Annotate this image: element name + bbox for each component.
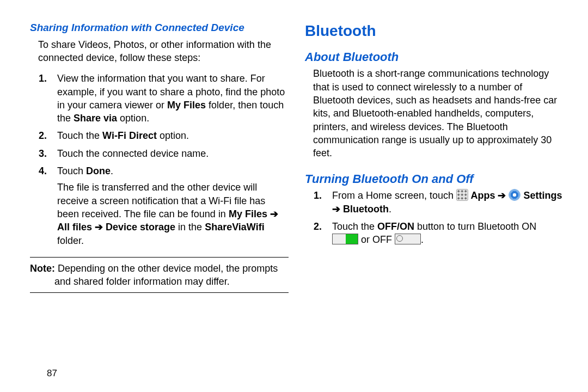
share-via-label: Share via: [74, 113, 117, 124]
apps-icon: [456, 189, 468, 201]
page-number: 87: [47, 368, 57, 379]
step-1: 1. View the information that you want to…: [46, 72, 289, 125]
step-2: 2. Touch the Wi-Fi Direct option.: [46, 129, 289, 142]
step-text: folder.: [57, 235, 84, 246]
apps-label: Apps ➔: [468, 190, 509, 201]
note-block: Note: Depending on the other device mode…: [30, 257, 289, 293]
bt-step-2: 2. Touch the OFF/ON button to turn Bluet…: [321, 220, 564, 247]
about-text: Bluetooth is a short-range communication…: [305, 67, 564, 160]
step-number: 2.: [314, 220, 322, 233]
step-text: Touch: [57, 166, 86, 176]
note-label: Note:: [30, 263, 55, 274]
left-column: Sharing Information with Connected Devic…: [30, 21, 289, 392]
step-text: .: [389, 204, 391, 215]
wifi-direct-label: Wi-Fi Direct: [102, 130, 157, 141]
sharing-heading: Sharing Information with Connected Devic…: [30, 21, 289, 35]
step-text: Touch the: [332, 221, 377, 232]
bluetooth-steps: 1. From a Home screen, touch Apps ➔ Sett…: [305, 189, 564, 246]
bluetooth-heading: Bluetooth: [305, 21, 564, 41]
step-text: option.: [117, 113, 149, 124]
step-text: Touch the connected device name.: [57, 148, 209, 159]
sharing-intro: To share Videos, Photos, or other inform…: [30, 38, 289, 65]
sharing-steps: 1. View the information that you want to…: [30, 72, 289, 247]
settings-icon: [509, 189, 520, 201]
bt-step-1: 1. From a Home screen, touch Apps ➔ Sett…: [321, 189, 564, 216]
step-number: 1.: [314, 189, 322, 202]
turning-heading: Turning Bluetooth On and Off: [305, 171, 564, 187]
step-4-continuation: The file is transferred and the other de…: [57, 181, 289, 247]
toggle-on-icon: [332, 234, 358, 244]
step-3: 3. Touch the connected device name.: [46, 147, 289, 160]
step-number: 3.: [39, 147, 47, 160]
step-number: 1.: [39, 72, 47, 85]
my-files-label: My Files: [167, 100, 206, 111]
step-text: or OFF: [358, 234, 395, 245]
step-number: 2.: [39, 129, 47, 142]
step-number: 4.: [39, 164, 47, 177]
step-text: From a Home screen, touch: [332, 190, 456, 201]
step-text: option.: [157, 130, 189, 141]
step-4: 4. Touch Done. The file is transferred a…: [46, 164, 289, 247]
about-heading: About Bluetooth: [305, 49, 564, 65]
step-text: button to turn Bluetooth ON: [414, 221, 536, 232]
step-text: .: [421, 234, 424, 245]
done-label: Done: [86, 166, 111, 176]
manual-page: Sharing Information with Connected Devic…: [0, 0, 588, 392]
step-text: in the: [175, 222, 205, 232]
note-text: Depending on the other device model, the…: [54, 263, 278, 287]
offon-label: OFF/ON: [377, 221, 414, 232]
toggle-off-icon: [395, 234, 421, 244]
sharevia-folder: ShareViaWifi: [205, 222, 265, 232]
right-column: Bluetooth About Bluetooth Bluetooth is a…: [305, 21, 564, 392]
step-text: .: [111, 166, 113, 176]
step-text: Touch the: [57, 130, 102, 141]
